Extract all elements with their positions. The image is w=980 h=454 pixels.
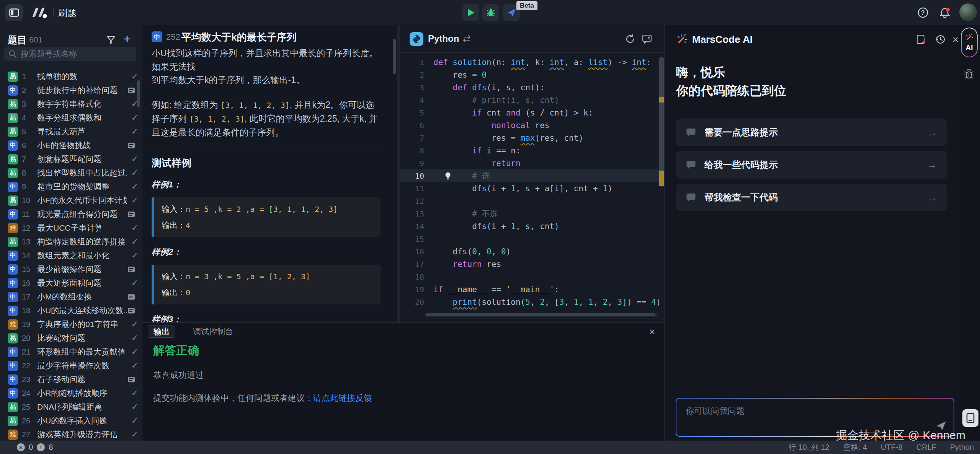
history-icon[interactable] [934, 34, 946, 45]
code-line[interactable]: 15 [400, 233, 664, 245]
code-line[interactable]: 5 if cnt and (s / cnt) > k: [400, 106, 664, 119]
code-area[interactable]: 1def solution(n: int, k: int, a: list) -… [400, 56, 664, 316]
problem-list-item[interactable]: 中18小U的最大连续移动次数... [0, 304, 142, 317]
code-line[interactable]: 6 nonlocal res [400, 119, 664, 132]
code-token: i == n: [487, 146, 521, 155]
code-line[interactable]: 13 # 不选 [400, 207, 664, 220]
panel-resize-handle[interactable] [397, 25, 400, 322]
reset-code-button[interactable] [625, 34, 635, 44]
search-input[interactable]: 搜索题号或名称 [4, 47, 136, 61]
console-close-icon[interactable]: × [649, 326, 655, 338]
problem-list-item[interactable]: 中22最少字符串操作次数✓ [0, 359, 142, 373]
problem-id: 252 [166, 32, 180, 42]
code-line[interactable]: 2 res = 0 [400, 68, 664, 81]
code-text: dfs(i + 1, s + a[i], cnt + 1) [433, 184, 612, 193]
feedback-link[interactable]: 请点此链接反馈 [313, 393, 372, 403]
problem-list-item[interactable]: 易8找出整型数组中占比超过...✓ [0, 166, 142, 180]
ai-suggestion-card[interactable]: 给我一些代码提示→ [676, 151, 947, 179]
code-line[interactable]: 1def solution(n: int, k: int, a: list) -… [400, 56, 664, 68]
solved-check-icon: ✓ [127, 195, 142, 205]
feedback-button[interactable] [642, 34, 652, 44]
ai-assistant-button[interactable]: AI [961, 28, 978, 57]
code-line[interactable]: 14 dfs(i + 1, s, cnt) [400, 220, 664, 233]
difficulty-badge: 难 [8, 223, 18, 233]
debug-button[interactable] [482, 4, 499, 21]
problem-number: 6 [22, 141, 37, 150]
code-line[interactable]: 12 [400, 195, 664, 207]
problem-list-item[interactable]: 易3数字字符串格式化✓ [0, 97, 142, 111]
status-item[interactable]: 空格: 4 [843, 442, 867, 452]
code-line[interactable]: 8 if i == n: [400, 144, 664, 157]
problem-list-item[interactable]: 易20比赛配对问题✓ [0, 331, 142, 345]
code-line[interactable]: 17 return res [400, 258, 664, 270]
line-number: 9 [400, 159, 424, 168]
editor-vertical-scrollbar[interactable] [659, 56, 664, 316]
status-item[interactable]: CRLF [916, 443, 936, 452]
console-tab-active[interactable]: 输出 [148, 325, 175, 338]
problem-list-item[interactable]: 易7创意标题匹配问题✓ [0, 152, 142, 166]
status-item[interactable]: 行 10, 列 12 [789, 442, 830, 452]
problem-list-item[interactable]: 易5寻找最大葫芦✓ [0, 125, 142, 138]
problem-list-item[interactable]: 中21环形数组中的最大贡献值✓ [0, 345, 142, 359]
code-line[interactable]: 7 res = max(res, cnt) [400, 132, 664, 144]
code-token: # 选 [472, 171, 490, 181]
problem-list-item[interactable]: 中14数组元素之和最小化✓ [0, 249, 142, 262]
marscode-logo[interactable] [31, 6, 48, 20]
problem-list-item[interactable]: 易10小F的永久代币卡回本计划✓ [0, 194, 142, 207]
new-chat-icon[interactable] [915, 34, 927, 45]
code-token: == [487, 285, 506, 294]
code-line[interactable]: 20 print(solution(5, 2, [3, 1, 1, 2, 3])… [400, 296, 664, 308]
code-line[interactable]: 16 dfs(0, 0, 0) [400, 245, 664, 258]
problem-list-item[interactable]: 难19字典序最小的01字符串✓ [0, 317, 142, 331]
problem-list-item[interactable]: 易1找单独的数✓ [0, 70, 142, 83]
problem-list-item[interactable]: 中2徒步旅行中的补给问题 [0, 83, 142, 97]
code-line[interactable]: 9 return [400, 157, 664, 169]
status-item[interactable]: UTF-8 [881, 443, 903, 452]
problem-list-item[interactable]: 中9超市里的货物架调整✓ [0, 180, 142, 194]
language-switch-icon[interactable] [462, 34, 472, 43]
problem-list-item[interactable]: 中17小M的数组变换 [0, 290, 142, 304]
status-item[interactable]: Python [950, 443, 974, 452]
problem-list-item[interactable]: 中24小R的随机播放顺序✓ [0, 386, 142, 400]
problem-title: 环形数组中的最大贡献值 [37, 347, 127, 357]
problem-list-item[interactable]: 易25DNA序列编辑距离✓ [0, 400, 142, 414]
code-line[interactable]: 4 # print(i, s, cnt) [400, 94, 664, 106]
ai-greeting: 你的代码陪练已到位 [676, 83, 786, 99]
debug-panel-icon[interactable] [963, 68, 975, 80]
problem-list-item[interactable]: 中15最少前缀操作问题 [0, 262, 142, 276]
help-button[interactable]: ? [917, 7, 929, 18]
problem-list-item[interactable]: 难12最大UCC子串计算✓ [0, 221, 142, 235]
sidebar-scrollbar[interactable] [137, 80, 140, 107]
lightbulb-icon[interactable] [444, 171, 452, 181]
code-line[interactable]: 11 dfs(i + 1, s + a[i], cnt + 1) [400, 182, 664, 195]
ai-suggestion-card[interactable]: 帮我检查一下代码→ [676, 184, 947, 211]
code-line[interactable]: 19if __name__ == '__main__': [400, 283, 664, 296]
problem-list-item[interactable]: 易26小U的数字插入问题✓ [0, 414, 142, 428]
problem-list-item[interactable]: 易13构造特定数组的逆序拼接✓ [0, 235, 142, 249]
editor-horizontal-scrollbar[interactable] [425, 313, 658, 317]
solved-check-icon: ✓ [127, 430, 142, 439]
run-button[interactable] [462, 4, 479, 21]
code-token: if [472, 108, 487, 117]
filter-button[interactable] [106, 34, 116, 45]
user-avatar[interactable] [959, 3, 977, 21]
code-line[interactable]: 18 [400, 270, 664, 283]
problem-list-item[interactable]: 中23石子移动问题 [0, 373, 142, 386]
add-problem-button[interactable]: + [123, 31, 131, 46]
svg-text:?: ? [921, 10, 925, 16]
problem-list-item[interactable]: 中6小E的怪物挑战 [0, 138, 142, 152]
code-token: 0 [472, 247, 477, 256]
floating-widget-button[interactable] [962, 409, 978, 427]
problem-list-item[interactable]: 难27游戏英雄升级潜力评估✓ [0, 428, 142, 441]
arrow-right-icon: → [927, 127, 937, 138]
code-line[interactable]: 3 def dfs(i, s, cnt): [400, 81, 664, 94]
console-tab-inactive[interactable]: 调试控制台 [188, 325, 238, 338]
problem-list-item[interactable]: 中11观光景点组合得分问题 [0, 207, 142, 221]
sidebar-toggle-button[interactable] [5, 4, 23, 21]
ai-suggestion-card[interactable]: 需要一点思路提示→ [676, 119, 947, 146]
description-scrollbar[interactable] [393, 39, 396, 74]
problem-list-item[interactable]: 易4数字分组求偶数和✓ [0, 111, 142, 125]
code-line[interactable]: 10 # 选 [400, 169, 664, 182]
notifications-button[interactable] [939, 7, 950, 18]
problem-list-item[interactable]: 中16最大矩形面积问题✓ [0, 276, 142, 290]
